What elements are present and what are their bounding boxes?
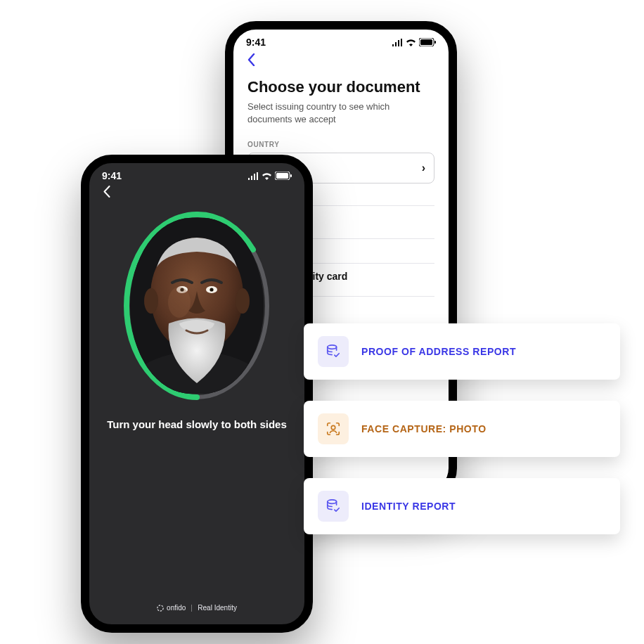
report-card-label: PROOF OF ADDRESS REPORT <box>361 346 516 357</box>
status-bar: 9:41 <box>89 163 304 181</box>
wifi-icon <box>262 172 272 180</box>
svg-point-17 <box>168 287 191 318</box>
face-photo <box>130 218 264 394</box>
svg-rect-4 <box>276 173 288 179</box>
face-scan-icon <box>318 413 349 444</box>
svg-rect-1 <box>420 39 432 45</box>
svg-point-21 <box>328 500 337 504</box>
status-icons <box>392 38 436 46</box>
chevron-right-icon: › <box>422 162 425 174</box>
report-card-face-capture[interactable]: FACE CAPTURE: PHOTO <box>304 401 620 457</box>
brand-name: onfido <box>167 604 186 612</box>
country-section-label: OUNTRY <box>247 141 434 148</box>
signal-icon <box>392 39 403 46</box>
front-phone-content: Turn your head slowly to both sides <box>89 181 304 432</box>
page-subtitle: Select issuing country to see which docu… <box>247 101 434 125</box>
report-card-label: IDENTITY REPORT <box>361 501 456 512</box>
db-check-icon <box>318 336 349 367</box>
back-button[interactable] <box>103 181 290 208</box>
onfido-logo: onfido <box>157 604 186 612</box>
back-button[interactable] <box>247 48 434 78</box>
status-time: 9:41 <box>102 170 122 181</box>
status-bar: 9:41 <box>233 30 449 48</box>
instruction-text: Turn your head slowly to both sides <box>103 418 290 432</box>
svg-point-20 <box>331 425 335 430</box>
brand-product: Real Identity <box>198 604 237 612</box>
page-title: Choose your document <box>247 78 434 96</box>
svg-point-16 <box>210 288 213 291</box>
phone-front: 9:41 <box>81 155 313 633</box>
svg-point-19 <box>328 345 337 349</box>
svg-point-12 <box>236 288 250 314</box>
svg-point-18 <box>157 605 163 610</box>
db-check-icon <box>318 491 349 522</box>
brand-bar: onfido Real Identity <box>89 604 304 612</box>
svg-point-11 <box>144 288 158 314</box>
status-time: 9:41 <box>246 37 266 48</box>
signal-icon <box>247 172 259 180</box>
wifi-icon <box>406 39 416 46</box>
report-card-identity[interactable]: IDENTITY REPORT <box>304 478 620 534</box>
status-icons <box>247 172 292 180</box>
svg-rect-5 <box>290 174 292 177</box>
report-card-proof-of-address[interactable]: PROOF OF ADDRESS REPORT <box>304 323 620 380</box>
battery-icon <box>419 38 436 46</box>
brand-divider <box>191 605 192 612</box>
report-card-label: FACE CAPTURE: PHOTO <box>361 423 487 434</box>
svg-rect-2 <box>434 41 436 44</box>
face-capture-frame <box>123 211 271 401</box>
battery-icon <box>275 172 292 180</box>
